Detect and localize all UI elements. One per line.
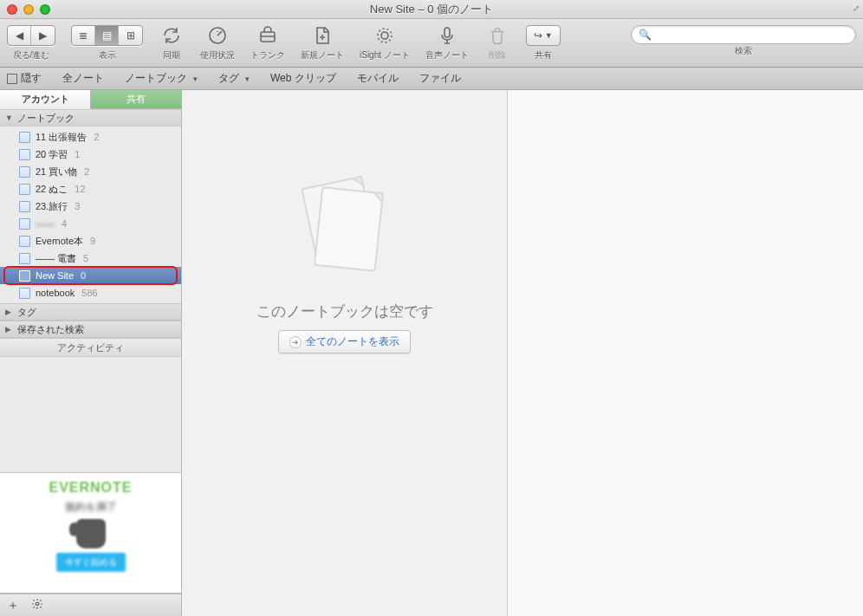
- forward-button[interactable]: ▶: [31, 26, 55, 45]
- audio-label: 音声ノート: [425, 49, 469, 62]
- sync-icon: [161, 25, 182, 46]
- share-button[interactable]: ↪ ▼: [526, 25, 561, 46]
- notebook-name: 23.旅行: [36, 200, 68, 213]
- camera-icon: [374, 25, 395, 46]
- notebook-count: 9: [90, 236, 95, 246]
- toolbar: ◀ ▶ 戻る/進む ≣ ▤ ⊞ 表示 同期 使用状況 トランク: [0, 19, 863, 68]
- sidebar-promo[interactable]: EVERNOTE 規約を満了 今すぐ始める: [0, 472, 181, 593]
- empty-notes-icon: [280, 159, 410, 289]
- titlebar: New Site – 0 個のノート ⤢: [0, 0, 863, 19]
- note-list-pane: このノートブックは空です ➔ 全てのノートを表示: [182, 90, 508, 616]
- gauge-icon: [207, 25, 228, 46]
- note-detail-pane: [508, 90, 863, 616]
- notebook-icon: [19, 270, 30, 282]
- notebook-item[interactable]: —— 電書5: [0, 250, 181, 267]
- sidebar-tab-account[interactable]: アカウント: [0, 90, 91, 109]
- view-label: 表示: [99, 49, 116, 62]
- notebook-item[interactable]: 11 出張報告2: [0, 128, 181, 146]
- hide-sidebar-button[interactable]: 隠す: [0, 71, 52, 86]
- panel-icon: [7, 74, 17, 84]
- notebook-name: 11 出張報告: [36, 131, 87, 144]
- usage-button[interactable]: [204, 23, 230, 49]
- section-header-tags[interactable]: ▶ タグ: [0, 303, 181, 321]
- isight-label: iSight ノート: [360, 49, 410, 62]
- notebook-icon: [19, 288, 30, 299]
- sync-button[interactable]: [159, 23, 185, 49]
- trunk-button[interactable]: [255, 23, 281, 49]
- section-header-saved-searches[interactable]: ▶ 保存された検索: [0, 321, 181, 338]
- section-saved-label: 保存された検索: [17, 323, 84, 336]
- gear-icon: [31, 598, 43, 610]
- promo-brand: EVERNOTE: [49, 480, 132, 496]
- show-all-notes-button[interactable]: ➔ 全てのノートを表示: [278, 330, 411, 353]
- arrow-right-icon: ➔: [289, 336, 302, 348]
- disclosure-triangle-icon: ▶: [5, 308, 14, 316]
- sidebar: アカウント 共有 ▼ ノートブック 11 出張報告220 学習121 買い物22…: [0, 90, 182, 616]
- notebook-name: notebook: [36, 288, 75, 298]
- notebook-count: 586: [81, 288, 97, 298]
- search-input[interactable]: [655, 29, 848, 41]
- notebook-icon: [19, 236, 30, 247]
- view-grid-button[interactable]: ⊞: [119, 26, 142, 45]
- view-list-button[interactable]: ≣: [72, 26, 95, 45]
- notebook-item[interactable]: 20 学習1: [0, 146, 181, 163]
- notebook-item[interactable]: Evernote本9: [0, 232, 181, 250]
- section-tags-label: タグ: [17, 306, 36, 319]
- promo-cta[interactable]: 今すぐ始める: [56, 553, 126, 572]
- svg-point-2: [381, 32, 388, 39]
- notebook-name: 22 ぬこ: [36, 183, 68, 196]
- microphone-icon: [437, 25, 457, 46]
- back-forward-label: 戻る/進む: [13, 49, 50, 62]
- settings-button[interactable]: [31, 598, 43, 613]
- notebook-icon: [19, 132, 30, 143]
- notebook-count: 3: [75, 201, 80, 211]
- notebook-item[interactable]: ——4: [0, 215, 181, 232]
- fav-mobile[interactable]: モバイル: [347, 71, 409, 86]
- notebook-count: 12: [75, 184, 85, 194]
- fav-notebooks[interactable]: ノートブック: [114, 71, 208, 86]
- trash-icon: [488, 26, 507, 45]
- svg-rect-7: [314, 187, 382, 271]
- svg-point-5: [36, 602, 39, 606]
- sidebar-tab-share[interactable]: 共有: [91, 90, 181, 109]
- audio-note-button[interactable]: [434, 23, 460, 49]
- search-field[interactable]: 🔍: [631, 25, 856, 44]
- notebook-item-selected[interactable]: New Site0: [0, 267, 181, 284]
- notebook-count: 4: [62, 218, 67, 229]
- section-header-notebooks[interactable]: ▼ ノートブック: [0, 109, 181, 126]
- notebook-item[interactable]: notebook586: [0, 284, 181, 302]
- trunk-label: トランク: [250, 49, 285, 62]
- notebook-icon: [19, 201, 30, 212]
- promo-subtitle: 規約を満了: [65, 500, 117, 515]
- notebook-name: ——: [36, 218, 55, 229]
- elephant-icon: [76, 519, 106, 548]
- svg-rect-4: [444, 28, 450, 37]
- notebook-item[interactable]: 22 ぬこ12: [0, 180, 181, 198]
- share-arrow-icon: ↪: [534, 29, 542, 42]
- add-button[interactable]: ＋: [7, 598, 19, 613]
- notebook-item[interactable]: 23.旅行3: [0, 198, 181, 215]
- fav-all-notes[interactable]: 全ノート: [52, 71, 114, 86]
- back-button[interactable]: ◀: [8, 26, 31, 45]
- isight-note-button[interactable]: [372, 23, 398, 49]
- sidebar-activity[interactable]: アクティビティ: [0, 338, 181, 357]
- svg-point-3: [378, 29, 392, 42]
- window-title: New Site – 0 個のノート: [0, 2, 863, 17]
- notebook-icon: [19, 218, 30, 230]
- empty-state-message: このノートブックは空です: [256, 302, 433, 321]
- notebook-name: 20 学習: [36, 148, 68, 161]
- delete-button[interactable]: [484, 23, 510, 49]
- section-notebooks-label: ノートブック: [17, 112, 75, 125]
- notebook-count: 2: [84, 166, 89, 177]
- new-note-icon: [312, 25, 333, 46]
- fav-file[interactable]: ファイル: [409, 71, 471, 86]
- fav-webclip[interactable]: Web クリップ: [260, 71, 347, 86]
- fav-tags[interactable]: タグ: [208, 71, 260, 86]
- notebook-name: 21 買い物: [36, 165, 77, 178]
- notebook-item[interactable]: 21 買い物2: [0, 163, 181, 180]
- back-forward-segment[interactable]: ◀ ▶: [7, 25, 55, 46]
- view-mode-segment[interactable]: ≣ ▤ ⊞: [71, 25, 143, 46]
- new-note-button[interactable]: [309, 23, 335, 49]
- window-resize-icon[interactable]: ⤢: [853, 3, 860, 13]
- view-snippet-button[interactable]: ▤: [95, 26, 119, 45]
